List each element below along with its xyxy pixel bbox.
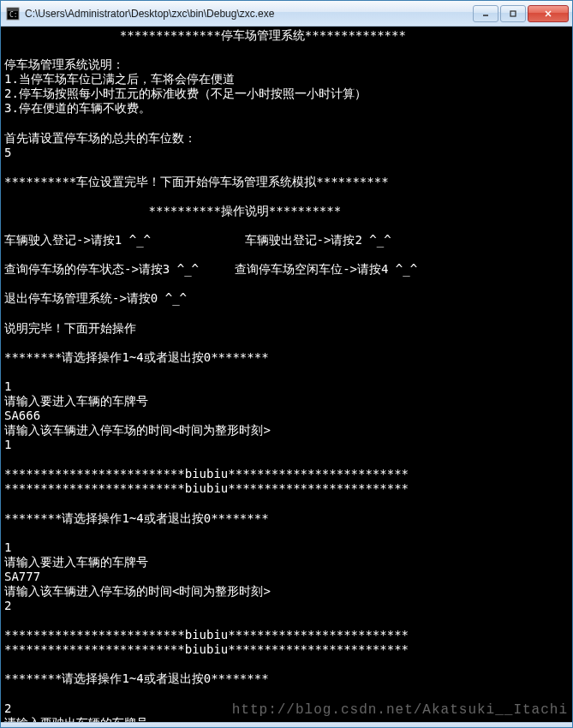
console-line: *************************biubiu*********… [4, 467, 569, 481]
console-line: 2.停车场按照每小时五元的标准收费（不足一小时按照一小时计算） [4, 87, 569, 101]
console-line: 车辆驶入登记->请按1 ^_^ 车辆驶出登记->请按2 ^_^ [4, 233, 569, 248]
console-line [4, 365, 569, 379]
console-line: 请输入要驶出车辆的车牌号 [4, 716, 569, 722]
console-line: 首先请设置停车场的总共的车位数： [4, 131, 569, 146]
console-line: ********请选择操作1~4或者退出按0******** [4, 350, 569, 365]
console-line: 说明完毕！下面开始操作 [4, 321, 569, 336]
console-line [4, 43, 569, 57]
svg-text:C:: C: [9, 11, 18, 19]
console-line: ********请选择操作1~4或者退出按0******** [4, 511, 569, 526]
console-line: 2 [4, 599, 569, 613]
console-line: 5 [4, 146, 569, 160]
console-line: *************************biubiu*********… [4, 628, 569, 642]
console-line [4, 526, 569, 540]
window-controls [473, 5, 569, 22]
console-line: SA777 [4, 570, 569, 584]
console-line [4, 687, 569, 701]
console-line: ********请选择操作1~4或者退出按0******** [4, 671, 569, 686]
console-line: 2 [4, 701, 569, 716]
console-line: 1.当停车场车位已满之后，车将会停在便道 [4, 72, 569, 87]
close-button[interactable] [528, 5, 569, 22]
console-line: 1 [4, 438, 569, 452]
console-line [4, 452, 569, 467]
console-line [4, 306, 569, 320]
window-footer [1, 722, 572, 727]
app-window: C: C:\Users\Administrator\Desktop\zxc\bi… [0, 0, 573, 728]
console-line [4, 497, 569, 511]
console-line: 1 [4, 540, 569, 555]
console-line [4, 277, 569, 291]
svg-rect-4 [510, 11, 516, 16]
console-line: 请输入要进入车辆的车牌号 [4, 555, 569, 570]
console-line [4, 657, 569, 671]
console-line: **********操作说明********** [4, 204, 569, 218]
console-line: 停车场管理系统说明： [4, 57, 569, 72]
minimize-button[interactable] [473, 5, 498, 22]
window-title: C:\Users\Administrator\Desktop\zxc\bin\D… [25, 8, 473, 20]
console-line [4, 218, 569, 233]
console-line: *************************biubiu*********… [4, 481, 569, 496]
console-line: 请输入该车辆进入停车场的时间<时间为整形时刻> [4, 584, 569, 599]
console-line: 退出停车场管理系统->请按0 ^_^ [4, 291, 569, 306]
console-line: 1 [4, 379, 569, 394]
console-line: SA666 [4, 409, 569, 423]
console-line: 3.停在便道的车辆不收费。 [4, 101, 569, 116]
console-line: **********车位设置完毕！下面开始停车场管理系统模拟********** [4, 175, 569, 189]
console-line [4, 160, 569, 175]
console-line: 请输入该车辆进入停车场的时间<时间为整形时刻> [4, 423, 569, 438]
maximize-button[interactable] [500, 5, 526, 22]
console-line [4, 336, 569, 350]
console-line: 请输入要进入车辆的车牌号 [4, 394, 569, 409]
console-output[interactable]: **************停车场管理系统************** 停车场管… [1, 27, 572, 722]
console-line: *************************biubiu*********… [4, 642, 569, 657]
app-icon: C: [6, 7, 20, 21]
console-line: **************停车场管理系统************** [4, 28, 569, 43]
titlebar[interactable]: C: C:\Users\Administrator\Desktop\zxc\bi… [1, 1, 572, 27]
console-line: 查询停车场的停车状态->请按3 ^_^ 查询停车场空闲车位->请按4 ^_^ [4, 262, 569, 277]
console-line [4, 116, 569, 130]
console-line [4, 189, 569, 204]
console-line [4, 613, 569, 628]
console-line [4, 248, 569, 262]
